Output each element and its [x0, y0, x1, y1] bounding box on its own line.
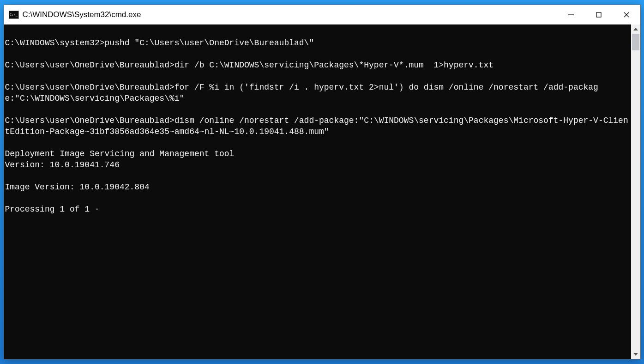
close-button[interactable] — [613, 5, 640, 24]
titlebar[interactable]: C:\WINDOWS\System32\cmd.exe — [4, 5, 640, 24]
terminal-output[interactable]: C:\WINDOWS\system32>pushd "C:\Users\user… — [4, 24, 631, 359]
scrollbar-thumb[interactable] — [632, 34, 639, 50]
scrollbar-track[interactable] — [631, 34, 640, 350]
scroll-up-button[interactable] — [631, 24, 640, 34]
maximize-icon — [596, 12, 602, 18]
window-title: C:\WINDOWS\System32\cmd.exe — [23, 10, 557, 19]
chevron-down-icon — [633, 353, 638, 356]
cmd-icon — [9, 11, 19, 19]
console-area: C:\WINDOWS\system32>pushd "C:\Users\user… — [4, 24, 640, 359]
minimize-icon — [568, 12, 574, 18]
chevron-up-icon — [633, 28, 638, 30]
cmd-window: C:\WINDOWS\System32\cmd.exe C:\WINDOWS\s… — [4, 5, 641, 359]
close-icon — [623, 12, 630, 18]
window-controls — [557, 5, 640, 24]
svg-rect-1 — [596, 12, 601, 17]
maximize-button[interactable] — [585, 5, 613, 24]
vertical-scrollbar[interactable] — [631, 24, 640, 359]
minimize-button[interactable] — [557, 5, 585, 24]
scroll-down-button[interactable] — [631, 350, 640, 359]
